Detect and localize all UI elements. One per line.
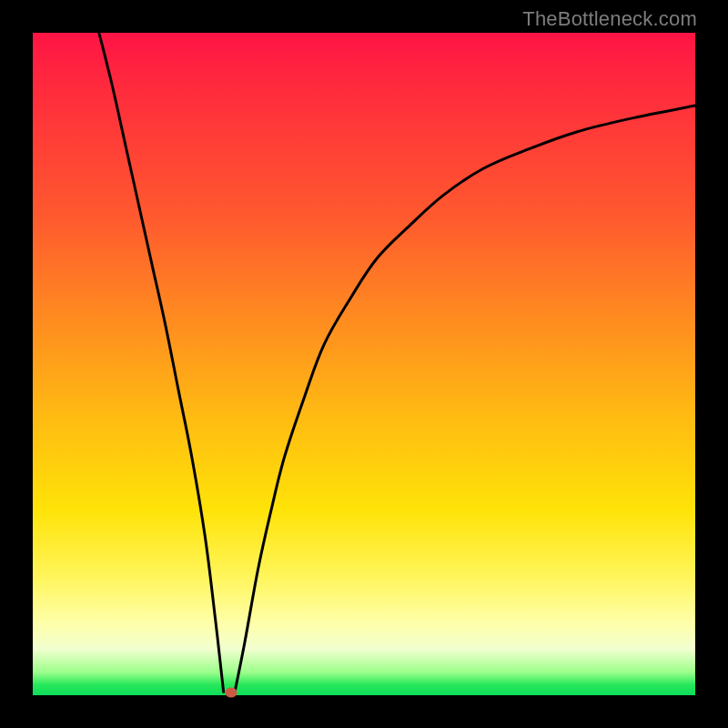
curve-right-branch: [235, 106, 695, 692]
minimum-marker: [226, 688, 238, 698]
curve-left-branch: [99, 33, 224, 692]
plot-area: [33, 33, 695, 695]
chart-frame: TheBottleneck.com: [0, 0, 728, 728]
bottleneck-curve: [33, 33, 695, 695]
attribution-text: TheBottleneck.com: [522, 7, 697, 31]
